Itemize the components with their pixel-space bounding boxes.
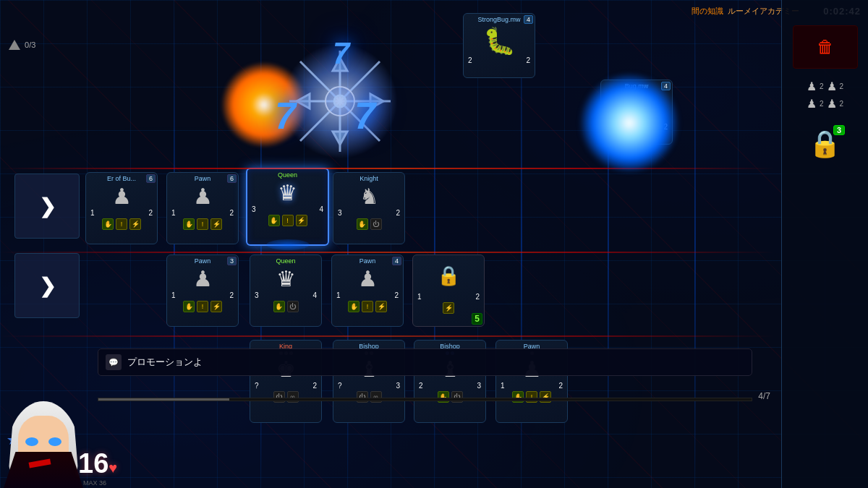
character-avatar <box>0 394 87 488</box>
svg-marker-6 <box>297 94 310 108</box>
board-r2c1-pawn[interactable]: Pawn 3 ♟ 12 ✋ ! ⚡ <box>166 254 239 327</box>
icon-hand-r2c3: ✋ <box>348 301 359 312</box>
icon-hand: ✋ <box>102 218 114 230</box>
enemy-card-1-cost: 4 <box>524 15 533 24</box>
board-r2c2-stats: 34 <box>252 291 319 299</box>
heart-icon: ♥ <box>109 460 117 476</box>
combat-num-right: 7 <box>354 94 375 137</box>
combat-num-left: 7 <box>275 94 296 137</box>
icon-bolt: ⚡ <box>129 218 141 230</box>
board-r2c3-title: Pawn <box>334 257 401 265</box>
board-r3c2-stats: ?3 <box>336 382 402 390</box>
board-r2c3-pawn[interactable]: Pawn 4 ♟ 12 ✋ ! ⚡ <box>331 254 404 327</box>
icon-exclaim-2: ! <box>197 218 208 230</box>
laser-line-mid <box>0 252 774 253</box>
icon-exclaim-r2c1: ! <box>197 301 208 312</box>
hp-max-label: MAX 36 <box>83 479 106 487</box>
icon-hand-2: ✋ <box>183 218 195 230</box>
board-r2c1-num: 3 <box>227 257 237 265</box>
board-r1c1-stats: 12 <box>88 209 155 217</box>
board-r1c2-icons: ✋ ! ⚡ <box>183 218 222 230</box>
lock-num-badge: 3 <box>833 125 845 135</box>
icon-exclaim-q: ! <box>282 215 294 226</box>
board-r1c2-title: Pawn <box>169 175 236 182</box>
icon-bolt-r2c1: ⚡ <box>210 301 222 312</box>
enemy-card-1-stats: 2 2 <box>466 56 532 64</box>
board-r1c4-piece: ♞ <box>359 184 379 209</box>
board-r1c4-icons: ✋ ⏻ <box>357 218 382 230</box>
char-eye-left <box>25 437 38 446</box>
piece-icon-2: ♟ <box>827 80 837 93</box>
char-eye-right <box>48 437 61 446</box>
board-r1c3-piece: ♛ <box>278 180 297 205</box>
piece-icon-3: ♟ <box>807 97 817 111</box>
board-r1c1-title: Er of Bu... <box>88 175 155 182</box>
char-outfit <box>4 452 83 488</box>
piece-icon-4: ♟ <box>827 97 837 111</box>
board-r2c3-num: 4 <box>392 257 401 265</box>
board-r1c1-piece: ♟ <box>112 184 132 209</box>
board-r1c4-knight[interactable]: Knight ♞ 32 ✋ ⏻ <box>333 172 405 244</box>
board-r2c2-icons: ✋ ⏻ <box>273 301 299 312</box>
icon-bolt-q: ⚡ <box>296 215 307 226</box>
chevron-right-2: ❯ <box>39 274 56 298</box>
deck-panel-top[interactable]: ❯ <box>14 174 80 239</box>
icon-exclaim: ! <box>116 218 127 230</box>
locked-num: 5 <box>472 313 482 325</box>
deck-counter: 4/7 <box>758 391 770 401</box>
svg-point-9 <box>334 95 346 107</box>
board-r1c4-stats: 32 <box>336 209 402 217</box>
lock-container: 🔒 3 <box>809 129 841 159</box>
board-r2c1-title: Pawn <box>169 257 236 265</box>
board-r3c3-stats: 23 <box>417 382 483 390</box>
laser-line-bot <box>0 335 774 337</box>
laser-line-top <box>0 168 774 169</box>
piece-icon-1: ♟ <box>807 80 817 93</box>
board-r2c4-locked: 🔒 12 ⚡ 5 <box>412 254 485 327</box>
board-r2c1-stats: 12 <box>169 291 236 299</box>
discard-area[interactable]: 🗑 <box>793 25 858 69</box>
board-r1c3-queen[interactable]: Queen ♛ 34 ✋ ! ⚡ <box>246 168 329 246</box>
board-r2c4-icons: ⚡ <box>443 302 454 314</box>
board-r2c3-piece: ♟ <box>358 266 378 291</box>
combat-num-top: 7 <box>333 36 349 71</box>
piece-count-1a: 2 <box>820 82 824 90</box>
board-r2c2-queen[interactable]: Queen ♛ 34 ✋ ⏻ <box>250 254 322 327</box>
board-r2c2-title: Queen <box>252 257 319 265</box>
top-label-knowledge: 間の知識 <box>692 6 723 17</box>
piece-count-2a: 2 <box>820 100 824 108</box>
board-r1c3-stats: 34 <box>250 205 326 213</box>
queen-glow <box>266 239 310 250</box>
icon-power-k: ⏻ <box>370 218 382 230</box>
hand-counter: 0/3 <box>25 40 35 49</box>
v-line-7 <box>694 0 696 488</box>
board-r1c1[interactable]: Er of Bu... 6 ♟ 12 ✋ ! ⚡ <box>85 172 158 244</box>
icon-bolt-r2c3: ⚡ <box>375 301 387 312</box>
enemy-piece-row-2: ♟ 2 ♟ 2 <box>807 97 843 111</box>
chat-bubble-icon: 💬 <box>106 354 122 370</box>
promotion-text: プロモーションよ <box>127 356 203 369</box>
enemy-card-1-title: StrongBug.mw <box>466 16 532 23</box>
triangle-icon <box>9 40 20 50</box>
hp-bar <box>98 398 752 401</box>
icon-power-r2c2: ⏻ <box>287 301 299 312</box>
v-line-6 <box>608 0 609 488</box>
board-r1c4-title: Knight <box>336 175 402 182</box>
piece-count-2b: 2 <box>840 100 844 108</box>
enemy-piece-row-1: ♟ 2 ♟ 2 <box>807 80 843 93</box>
enemy-card-1-piece: 🐛 <box>483 26 516 56</box>
board-r1c3-icons: ✋ ! ⚡ <box>268 215 307 226</box>
icon-hand-q: ✋ <box>268 215 280 226</box>
board-r1c2[interactable]: Pawn 6 ♟ 12 ✋ ! ⚡ <box>166 172 239 244</box>
right-panel: 🗑 ♟ 2 ♟ 2 ♟ 2 ♟ 2 🔒 3 <box>781 0 868 488</box>
icon-hand-r2c1: ✋ <box>183 301 195 312</box>
board-r1c1-num: 6 <box>146 174 156 183</box>
board-r3c4-stats: 12 <box>498 382 565 390</box>
board-r1c1-icons: ✋ ! ⚡ <box>102 218 141 230</box>
board-r2c1-icons: ✋ ! ⚡ <box>183 301 222 312</box>
svg-marker-5 <box>333 132 347 145</box>
board-r1c2-piece: ♟ <box>193 184 213 209</box>
board-r2c4-stats: 12 <box>415 293 482 301</box>
deck-panel-bottom[interactable]: ❯ <box>14 253 80 318</box>
piece-count-1b: 2 <box>840 82 844 90</box>
